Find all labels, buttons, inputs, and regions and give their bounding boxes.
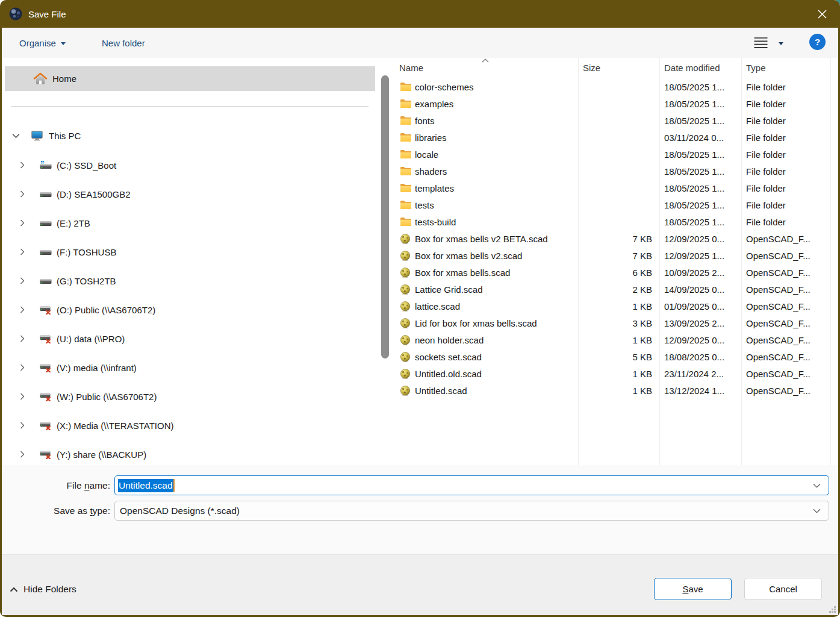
drive-icon [40, 219, 52, 228]
file-date-cell: 12/09/2025 1... [659, 251, 741, 261]
column-header-size[interactable]: Size [583, 63, 600, 73]
help-icon: ? [815, 37, 820, 47]
chevron-right-icon[interactable] [20, 277, 25, 284]
file-row[interactable]: SCAD neon holder.scad 1 KB 12/09/2025 0.… [394, 331, 840, 348]
title-bar[interactable]: Save File [0, 0, 840, 28]
file-list: SCAD color-schemes 18/05/2025 1... File … [394, 78, 840, 399]
file-row[interactable]: SCAD sockets set.scad 5 KB 18/08/2025 0.… [394, 348, 840, 365]
file-row[interactable]: SCAD shaders 18/05/2025 1... File folder [394, 163, 840, 180]
chevron-down-icon[interactable] [813, 483, 821, 488]
folder-icon [400, 200, 412, 210]
hide-folders-label: Hide Folders [23, 584, 76, 595]
sidebar-drive-item[interactable]: (E:) 2TB [20, 208, 173, 237]
window-title: Save File [28, 9, 66, 19]
file-row[interactable]: SCAD Box for xmas bells v2 BETA.scad 7 K… [394, 230, 840, 247]
file-type-cell: File folder [741, 82, 840, 92]
svg-text:SCAD: SCAD [402, 310, 408, 311]
sidebar-drive-item[interactable]: (Y:) share (\\BACKUP) [20, 440, 173, 465]
file-type-cell: File folder [741, 133, 840, 143]
sidebar-drive-item[interactable]: (G:) TOSH2TB [20, 266, 173, 295]
chevron-up-icon [10, 587, 18, 592]
chevron-right-icon[interactable] [20, 422, 25, 429]
column-header-name[interactable]: Name [399, 63, 423, 73]
file-type-cell: File folder [741, 149, 840, 160]
chevron-right-icon[interactable] [20, 335, 25, 342]
file-name-cell: SCAD examples [394, 99, 578, 109]
file-row[interactable]: SCAD tests 18/05/2025 1... File folder [394, 196, 840, 213]
file-date-cell: 13/09/2025 2... [659, 318, 741, 328]
organise-label: Organise [19, 38, 56, 48]
save-button[interactable]: Save [654, 578, 732, 600]
sidebar-drive-item[interactable]: (W:) Public (\\AS6706T2) [20, 382, 173, 411]
file-date-cell: 18/05/2025 1... [659, 116, 741, 126]
sidebar-item-this-pc[interactable]: This PC [12, 125, 81, 146]
chevron-right-icon[interactable] [20, 161, 25, 169]
file-row[interactable]: SCAD fonts 18/05/2025 1... File folder [394, 112, 840, 129]
file-date-cell: 12/09/2025 0... [659, 234, 741, 244]
chevron-right-icon[interactable] [20, 393, 25, 400]
chevron-right-icon[interactable] [20, 248, 25, 255]
file-row[interactable]: SCAD libraries 03/11/2024 0... File fold… [394, 129, 840, 146]
cancel-button[interactable]: Cancel [744, 578, 822, 600]
view-options-dropdown-button[interactable] [777, 39, 785, 46]
file-name-text: Box for xmas bells v2.scad [415, 251, 522, 261]
chevron-down-icon[interactable] [813, 509, 821, 513]
sidebar-drive-item[interactable]: (D:) SEA1500GB2 [20, 180, 173, 208]
network-drive-icon [40, 450, 52, 459]
file-row[interactable]: SCAD Lattice Grid.scad 2 KB 14/09/2025 0… [394, 281, 840, 298]
file-row[interactable]: SCAD examples 18/05/2025 1... File folde… [394, 95, 840, 112]
file-row[interactable]: SCAD templates 18/05/2025 1... File fold… [394, 180, 840, 196]
save-file-dialog: Save File Organise New folder [0, 0, 840, 617]
file-row[interactable]: SCAD tests-build 18/05/2025 1... File fo… [394, 213, 840, 230]
sidebar-drive-item[interactable]: (V:) media (\\infrant) [20, 353, 173, 382]
network-drive-icon [40, 334, 52, 343]
scad-file-icon: SCAD [400, 284, 412, 295]
folder-icon [400, 116, 412, 126]
svg-text:SCAD: SCAD [402, 243, 408, 243]
save-as-type-select[interactable]: OpenSCAD Designs (*.scad) [114, 501, 829, 521]
chevron-right-icon[interactable] [20, 306, 25, 313]
column-header-date-modified[interactable]: Date modified [664, 63, 720, 73]
file-size-cell: 2 KB [578, 284, 659, 295]
view-options-button[interactable] [752, 36, 770, 50]
folder-icon [400, 183, 412, 193]
close-button[interactable] [810, 2, 834, 25]
file-row[interactable]: SCAD Untitled.scad 1 KB 13/12/2024 1... … [394, 382, 840, 399]
file-row[interactable]: SCAD Untitled.old.scad 1 KB 23/11/2024 2… [394, 365, 840, 382]
file-date-cell: 18/05/2025 1... [659, 200, 741, 210]
file-row[interactable]: SCAD color-schemes 18/05/2025 1... File … [394, 78, 840, 95]
file-name-input[interactable]: Untitled.scad [114, 475, 829, 495]
new-folder-label: New folder [102, 38, 145, 48]
file-name-cell: SCAD neon holder.scad [394, 335, 578, 345]
help-button[interactable]: ? [809, 34, 826, 50]
file-type-cell: OpenSCAD_F... [741, 369, 840, 379]
file-row[interactable]: SCAD lattice.scad 1 KB 01/09/2025 0... O… [394, 298, 840, 315]
file-row[interactable]: SCAD Box for xmas bells v2.scad 7 KB 12/… [394, 247, 840, 264]
chevron-right-icon[interactable] [20, 219, 25, 227]
chevron-right-icon[interactable] [20, 190, 25, 198]
chevron-right-icon[interactable] [20, 451, 25, 458]
this-pc-icon [31, 131, 43, 141]
file-name-cell: SCAD Lattice Grid.scad [394, 284, 578, 295]
new-folder-button[interactable]: New folder [102, 28, 145, 58]
file-row[interactable]: SCAD Box for xmas bells.scad 6 KB 10/09/… [394, 264, 840, 281]
resize-grip[interactable] [829, 606, 830, 607]
sidebar-drive-item[interactable]: (C:) SSD_Boot [20, 151, 173, 180]
sidebar-drive-item[interactable]: (U:) data (\\PRO) [20, 324, 173, 353]
file-row[interactable]: SCAD Lid for box for xmas bells.scad 3 K… [394, 315, 840, 331]
chevron-down-icon[interactable] [12, 133, 20, 139]
column-header-type[interactable]: Type [746, 63, 766, 73]
hide-folders-button[interactable]: Hide Folders [10, 584, 76, 595]
file-row[interactable]: SCAD locale 18/05/2025 1... File folder [394, 146, 840, 163]
sidebar-item-home[interactable]: Home [5, 66, 375, 91]
sidebar-drive-item[interactable]: (F:) TOSHUSB [20, 237, 173, 266]
file-name-cell: SCAD tests-build [394, 217, 578, 227]
this-pc-label: This PC [49, 131, 81, 141]
organise-button[interactable]: Organise [19, 28, 66, 58]
sidebar-scrollbar-thumb[interactable] [381, 75, 389, 359]
svg-text:SCAD: SCAD [402, 395, 408, 395]
sidebar-drive-item[interactable]: (X:) Media (\\TERASTATION) [20, 411, 173, 440]
sidebar-drive-item[interactable]: (O:) Public (\\AS6706T2) [20, 295, 173, 324]
file-name-cell: SCAD tests [394, 200, 578, 210]
chevron-right-icon[interactable] [20, 364, 25, 371]
